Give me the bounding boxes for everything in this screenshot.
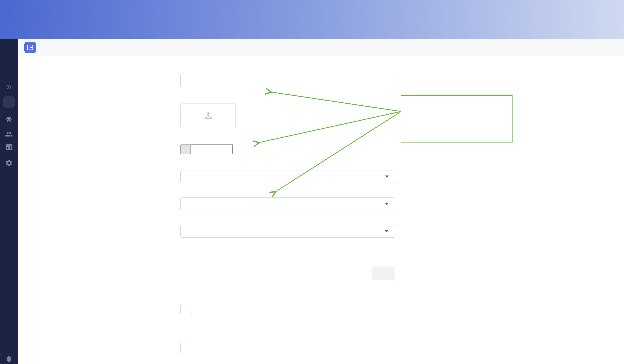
bell-icon	[5, 355, 13, 363]
sidebar-right-border	[173, 39, 173, 364]
reset-button[interactable]	[180, 342, 192, 353]
room-name-input[interactable]	[180, 74, 395, 87]
non-admin-comment-select[interactable]	[180, 225, 395, 238]
chevron-down-icon	[385, 230, 389, 232]
background-color-input[interactable]	[191, 144, 233, 154]
rail-item-reports[interactable]	[0, 143, 18, 151]
upload-icon	[203, 110, 213, 121]
color-swatch[interactable]	[180, 144, 191, 154]
default-menu-select[interactable]	[180, 170, 395, 183]
workspace-avatar[interactable]	[0, 96, 18, 108]
chevron-double-right-icon: »	[6, 81, 12, 91]
room-header	[24, 39, 41, 56]
icon-rail: »	[0, 39, 18, 364]
room-settings-screen: »	[0, 0, 624, 364]
admin-comment-select[interactable]	[180, 197, 395, 210]
collapse-sidebar-button[interactable]: »	[0, 81, 18, 91]
chart-icon	[5, 143, 13, 151]
settings-sidebar	[18, 56, 173, 364]
save-button[interactable]	[372, 266, 395, 280]
people-icon	[5, 130, 13, 138]
rail-item-projects[interactable]	[0, 116, 18, 124]
room-icon	[24, 42, 36, 53]
gear-icon	[5, 159, 13, 167]
layers-icon	[5, 116, 13, 124]
annotation-callout	[401, 95, 513, 143]
background-color-control	[180, 144, 233, 154]
rail-item-users[interactable]	[0, 130, 18, 138]
logo-upload-dropzone[interactable]	[180, 103, 236, 128]
page-header	[0, 0, 624, 39]
workspace-initial	[3, 96, 15, 108]
chevron-down-icon	[385, 203, 389, 205]
chevron-down-icon	[385, 176, 389, 178]
section-divider	[180, 363, 395, 363]
notifications-button[interactable]	[0, 355, 18, 363]
enable-button[interactable]	[180, 304, 192, 315]
rail-item-settings[interactable]	[0, 159, 18, 167]
top-bar	[18, 39, 624, 56]
room-glyph-icon	[27, 44, 34, 51]
section-divider	[180, 325, 395, 325]
